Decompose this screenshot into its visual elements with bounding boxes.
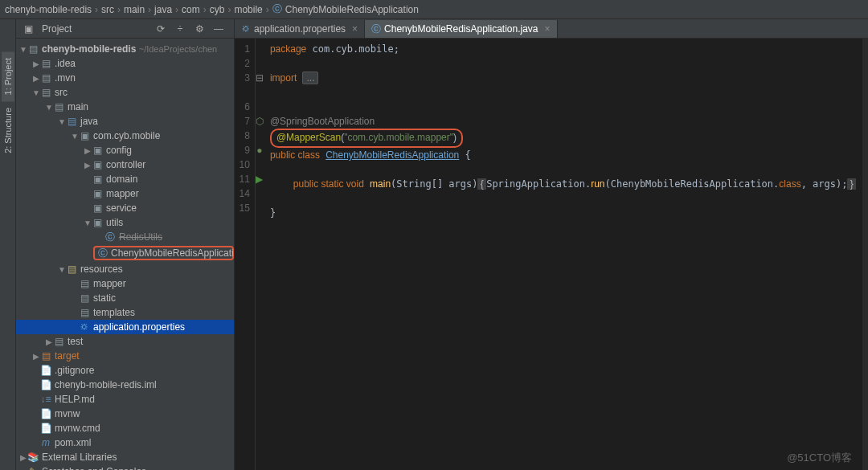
tree-mapper[interactable]: ▣mapper xyxy=(16,186,234,201)
gutter-icons[interactable]: ⊟ ⬡ ● ▶ xyxy=(256,39,264,470)
gutter: 123 678910111415 xyxy=(235,39,256,470)
tree-test[interactable]: ▶▤test xyxy=(16,334,234,349)
project-tool-window: ▣ Project ⟳ ÷ ⚙ — ▼▤chenyb-mobile-redis … xyxy=(16,19,235,470)
toolwin-title: Project xyxy=(42,23,150,35)
tree-pom[interactable]: mpom.xml xyxy=(16,435,234,450)
editor: ⛭application.properties× ⓒChenybMobileRe… xyxy=(235,19,868,470)
tree-static[interactable]: ▤static xyxy=(16,291,234,305)
tree-java[interactable]: ▼▤java xyxy=(16,114,234,129)
tree-templates[interactable]: ▤templates xyxy=(16,305,234,320)
code-content[interactable]: package com.cyb.mobile; import ... @Spri… xyxy=(264,39,862,470)
breadcrumb: chenyb-mobile-redis› src› main› java› co… xyxy=(0,0,868,19)
watermark: @51CTO博客 xyxy=(787,451,852,465)
tree-root[interactable]: ▼▤chenyb-mobile-redis ~/IdeaProjects/che… xyxy=(16,42,234,56)
tree-service[interactable]: ▣service xyxy=(16,201,234,215)
tree-rmapper[interactable]: ▤mapper xyxy=(16,276,234,291)
tree-config[interactable]: ▶▣config xyxy=(16,143,234,157)
tree-app-props[interactable]: ⛭application.properties xyxy=(16,320,234,334)
tree-scratches[interactable]: ✎Scratches and Consoles xyxy=(16,464,234,470)
tree-idea[interactable]: ▶▤.idea xyxy=(16,56,234,71)
tree-src[interactable]: ▼▤src xyxy=(16,85,234,100)
tree-domain[interactable]: ▣domain xyxy=(16,172,234,186)
hide-icon[interactable]: — xyxy=(213,23,224,35)
tree-extlib[interactable]: ▶📚External Libraries xyxy=(16,450,234,464)
scrollbar-vertical[interactable] xyxy=(862,39,868,470)
rail-tab-structure[interactable]: 2: Structure xyxy=(2,101,14,160)
tree-main[interactable]: ▼▤main xyxy=(16,100,234,114)
tree-mvnwcmd[interactable]: 📄mvnw.cmd xyxy=(16,421,234,435)
tab-properties[interactable]: ⛭application.properties× xyxy=(235,20,365,38)
tree-target[interactable]: ▶▤target xyxy=(16,349,234,363)
tree-gitignore[interactable]: 📄.gitignore xyxy=(16,363,234,378)
tree-pkg[interactable]: ▼▣com.cyb.mobile xyxy=(16,129,234,143)
project-icon: ▣ xyxy=(23,23,34,35)
sync-icon[interactable]: ⟳ xyxy=(155,23,166,35)
tree-mvnw[interactable]: 📄mvnw xyxy=(16,407,234,421)
tree-iml[interactable]: 📄chenyb-mobile-redis.iml xyxy=(16,378,234,392)
gear-icon[interactable]: ⚙ xyxy=(194,23,205,35)
tree-utils[interactable]: ▼▣utils xyxy=(16,215,234,230)
close-icon[interactable]: × xyxy=(352,23,358,35)
tree-redisutils[interactable]: ⓒRedisUtils xyxy=(16,230,234,244)
tree-resources[interactable]: ▼▤resources xyxy=(16,262,234,276)
collapse-icon[interactable]: ÷ xyxy=(174,23,186,35)
tree-help[interactable]: ↓≡HELP.md xyxy=(16,392,234,407)
project-tree[interactable]: ▼▤chenyb-mobile-redis ~/IdeaProjects/che… xyxy=(16,39,234,470)
close-icon[interactable]: × xyxy=(545,23,551,35)
editor-tabs: ⛭application.properties× ⓒChenybMobileRe… xyxy=(235,19,868,39)
tree-app-class[interactable]: ⓒChenybMobileRedisApplicati xyxy=(93,246,234,260)
tab-app-java[interactable]: ⓒChenybMobileRedisApplication.java× xyxy=(365,20,557,38)
left-rail: 1: Project 2: Structure xyxy=(0,19,16,470)
tree-controller[interactable]: ▶▣controller xyxy=(16,157,234,172)
rail-tab-project[interactable]: 1: Project xyxy=(2,51,14,101)
tree-mvn[interactable]: ▶▤.mvn xyxy=(16,71,234,85)
